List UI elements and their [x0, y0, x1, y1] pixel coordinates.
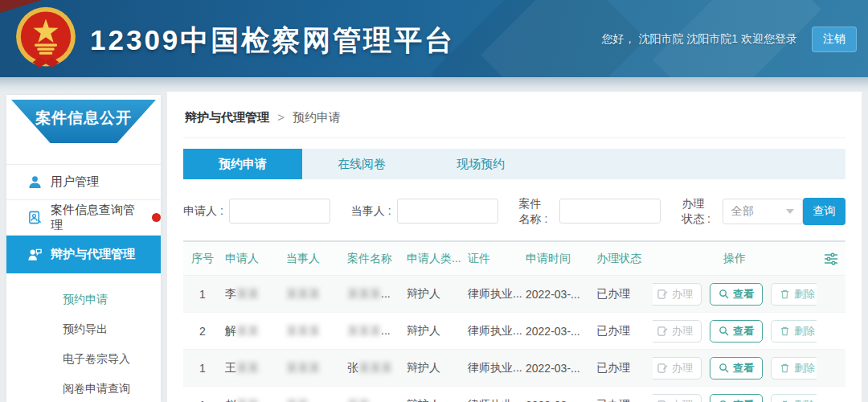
col-header-no: 序号: [183, 242, 222, 276]
cell-party: 某某某: [283, 350, 344, 387]
delete-button[interactable]: 删除: [771, 283, 817, 306]
tab-online-file-review[interactable]: 在线阅卷: [302, 149, 421, 179]
cell-case-name: 某某某...: [344, 313, 403, 350]
tab-onsite-appointment[interactable]: 现场预约: [421, 149, 540, 179]
results-table-wrap: 序号 申请人 当事人 案件名称 申请人类... 证件 申请时间 办理状态 操作: [183, 240, 845, 402]
user-icon: [27, 174, 43, 190]
breadcrumb-parent[interactable]: 辩护与代理管理: [185, 110, 269, 124]
col-header-filter[interactable]: [817, 242, 845, 276]
national-emblem-icon: [13, 6, 79, 72]
main-panel: 辩护与代理管理 > 预约申请 预约申请 在线阅卷 现场预约 申请人 : 当事人 …: [167, 92, 862, 402]
edit-note-icon: [657, 289, 668, 299]
cell-spacer: [817, 387, 845, 402]
sidebar-item-defense-agent-management[interactable]: 辩护与代理管理: [6, 236, 161, 273]
cell-apply-time: 2022-03-...: [522, 387, 593, 402]
magnifier-icon: [719, 326, 729, 336]
redacted-text: 某某: [347, 398, 370, 402]
applicant-label: 申请人 :: [183, 204, 223, 219]
table-row: 1 赵某某 某某 某某 辩护人 律师执业... 2022-03-... 已办理 …: [183, 387, 845, 402]
cell-apply-time: 2022-03-...: [522, 313, 593, 350]
status-select[interactable]: 全部: [723, 199, 803, 224]
cell-case-name: 某某某...: [344, 276, 403, 313]
chevron-down-icon: [786, 209, 794, 214]
sidebar-banner: 案件信息公开: [11, 100, 156, 143]
magnifier-icon: [719, 363, 729, 373]
view-button[interactable]: 查看: [710, 320, 763, 343]
sidebar-menu: 用户管理 案件信息查询管理 辩护与代理管理: [6, 164, 161, 273]
sidebar-submenu: 预约申请 预约导出 电子卷宗导入 阅卷申请查询: [6, 273, 161, 402]
col-header-party: 当事人: [283, 242, 344, 276]
sidebar-item-user-management[interactable]: 用户管理: [6, 165, 161, 200]
view-button[interactable]: 查看: [710, 357, 763, 379]
table-row: 2 解某某 某某某 某某某... 辩护人 律师执业... 2022-03-...…: [183, 313, 845, 350]
search-button[interactable]: 查询: [803, 198, 845, 225]
cell-no: 1: [183, 387, 222, 402]
results-table: 序号 申请人 当事人 案件名称 申请人类... 证件 申请时间 办理状态 操作: [183, 242, 845, 402]
row-actions: 办理 查看 删除: [656, 357, 817, 379]
logout-button[interactable]: 注销: [812, 27, 857, 52]
cell-party: 某某某: [283, 276, 344, 313]
trash-icon: [780, 289, 790, 299]
redacted-text: 某某: [236, 398, 259, 402]
view-button[interactable]: 查看: [710, 394, 763, 402]
delete-button[interactable]: 删除: [771, 394, 817, 402]
cell-no: 1: [183, 276, 222, 313]
submenu-item-appointment-export[interactable]: 预约导出: [6, 314, 161, 344]
breadcrumb-separator: >: [277, 110, 285, 124]
view-button[interactable]: 查看: [710, 283, 763, 306]
edit-note-icon: [657, 363, 668, 373]
redacted-text: 某某某: [286, 324, 320, 337]
status-label: 办理状态 :: [682, 196, 715, 227]
defense-agent-icon: [27, 247, 43, 262]
delete-button[interactable]: 删除: [771, 357, 817, 379]
redacted-text: 某某某: [347, 287, 381, 300]
cell-applicant-type: 辩护人: [403, 276, 465, 313]
cell-case-name: 张某某某: [344, 350, 403, 387]
delete-button[interactable]: 删除: [771, 320, 817, 343]
row-actions: 办理 查看 删除: [656, 283, 817, 306]
cell-party: 某某: [283, 387, 344, 402]
handle-button[interactable]: 办理: [653, 320, 702, 343]
trash-icon: [780, 363, 790, 373]
handle-button[interactable]: 办理: [653, 283, 702, 306]
cell-applicant-type: 辩护人: [403, 387, 465, 402]
row-actions: 办理 查看 删除: [656, 394, 817, 402]
cell-certificate: 律师执业...: [465, 276, 522, 313]
filter-bar: 申请人 : 当事人 : 案件名称 : 办理状态 : 全部 查询: [183, 196, 845, 227]
redacted-text: 某某: [236, 287, 259, 300]
case-query-icon: [27, 210, 43, 225]
user-greeting: 您好， 沈阳市院 沈阳市院1 欢迎您登录: [602, 32, 797, 47]
sidebar-item-case-query-management[interactable]: 案件信息查询管理: [6, 200, 161, 236]
trash-icon: [780, 326, 790, 336]
header-sub-band: [0, 77, 868, 92]
cell-spacer: [817, 350, 845, 387]
col-header-status: 办理状态: [593, 242, 653, 276]
redacted-text: 某某某: [286, 361, 320, 374]
sidebar-item-label: 案件信息查询管理: [51, 203, 143, 233]
col-header-applicant: 申请人: [222, 242, 283, 276]
submenu-item-appointment-apply[interactable]: 预约申请: [6, 285, 161, 314]
case-name-input[interactable]: [559, 199, 661, 224]
app-title: 12309中国检察网管理平台: [90, 22, 455, 59]
cell-spacer: [817, 313, 845, 350]
party-input[interactable]: [397, 199, 498, 224]
handle-button[interactable]: 办理: [653, 394, 702, 402]
cell-no: 2: [183, 313, 222, 350]
cell-applicant: 李某某: [222, 276, 283, 313]
cell-certificate: 律师执业...: [465, 350, 522, 387]
submenu-item-efile-import[interactable]: 电子卷宗导入: [6, 344, 161, 374]
cell-spacer: [817, 276, 845, 313]
submenu-item-file-review-query[interactable]: 阅卷申请查询: [6, 374, 161, 402]
col-header-case-name: 案件名称: [344, 242, 403, 276]
magnifier-icon: [719, 289, 729, 299]
col-header-applicant-type: 申请人类...: [403, 242, 465, 276]
applicant-input[interactable]: [229, 199, 330, 224]
party-label: 当事人 :: [351, 204, 391, 219]
redacted-text: 某某: [236, 361, 259, 374]
tab-appointment-apply[interactable]: 预约申请: [183, 149, 302, 179]
col-header-apply-time: 申请时间: [522, 242, 593, 276]
notification-dot-badge: [152, 213, 161, 222]
handle-button[interactable]: 办理: [653, 357, 702, 379]
cell-case-name: 某某: [344, 387, 403, 402]
table-body: 1 李某某 某某某 某某某... 辩护人 律师执业... 2022-03-...…: [183, 276, 845, 402]
